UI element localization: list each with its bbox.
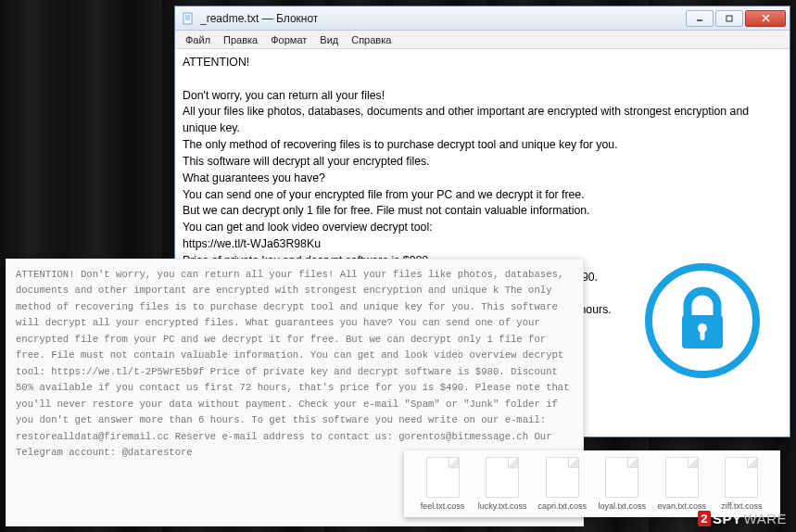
menu-help[interactable]: Справка xyxy=(345,32,398,47)
file-item[interactable]: lucky.txt.coss xyxy=(475,457,529,511)
close-button[interactable] xyxy=(745,10,786,27)
watermark-logo: 2 SPYWARE xyxy=(698,511,787,526)
file-item[interactable]: loyal.txt.coss xyxy=(595,457,649,511)
file-icon xyxy=(426,457,460,498)
file-label: loyal.txt.coss xyxy=(598,501,646,511)
file-label: lucky.txt.coss xyxy=(478,501,527,511)
svg-rect-5 xyxy=(727,16,732,21)
watermark-spy: SPY xyxy=(713,511,742,526)
file-icon xyxy=(546,457,579,498)
file-item[interactable]: feel.txt.coss xyxy=(416,457,470,511)
file-label: feel.txt.coss xyxy=(421,501,465,511)
file-item[interactable]: ziff.txt.coss xyxy=(714,457,768,511)
notepad-titlebar[interactable]: _readme.txt — Блокнот xyxy=(175,6,790,31)
svg-rect-0 xyxy=(183,13,192,24)
menu-format[interactable]: Формат xyxy=(264,32,313,47)
file-icon xyxy=(486,457,519,498)
notepad-menubar: Файл Правка Формат Вид Справка xyxy=(175,31,790,49)
file-icon xyxy=(665,457,699,498)
menu-file[interactable]: Файл xyxy=(179,32,217,47)
maximize-button[interactable] xyxy=(715,10,743,27)
window-controls xyxy=(684,10,786,27)
lock-icon xyxy=(643,261,762,380)
file-label: capri.txt.coss xyxy=(537,501,587,511)
file-label: ziff.txt.coss xyxy=(721,501,762,511)
notepad-title: _readme.txt — Блокнот xyxy=(200,12,684,25)
notepad-app-icon xyxy=(181,11,196,26)
file-icon xyxy=(725,457,758,498)
file-label: evan.txt.coss xyxy=(658,501,707,511)
file-item[interactable]: capri.txt.coss xyxy=(536,457,589,511)
menu-view[interactable]: Вид xyxy=(313,32,345,47)
file-item[interactable]: evan.txt.coss xyxy=(655,457,709,511)
minimize-button[interactable] xyxy=(686,10,714,27)
watermark-ware: WARE xyxy=(744,511,787,526)
file-icon xyxy=(605,457,638,498)
menu-edit[interactable]: Правка xyxy=(217,32,264,47)
svg-rect-11 xyxy=(701,330,705,340)
watermark-two: 2 xyxy=(698,511,711,526)
encrypted-files-list: feel.txt.coss lucky.txt.coss capri.txt.c… xyxy=(404,450,780,517)
